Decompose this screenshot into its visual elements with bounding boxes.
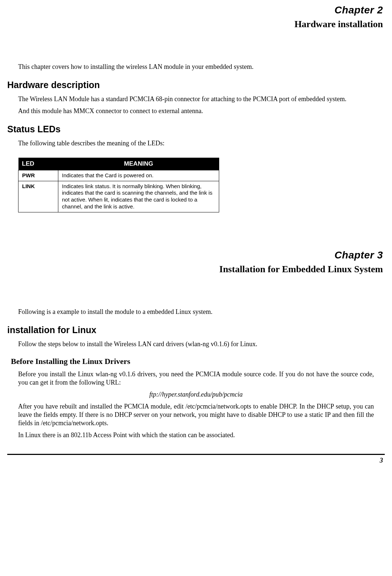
status-leds-intro: The following table describes the meanin… — [18, 139, 374, 148]
heading-status-leds: Status LEDs — [7, 123, 385, 135]
th-meaning: MEANING — [58, 158, 219, 170]
before-install-p2: After you have rebuilt and installed the… — [18, 402, 374, 427]
chapter2-intro: This chapter covers how to installing th… — [18, 63, 374, 71]
before-install-p3: In Linux there is an 802.11b Access Poin… — [18, 431, 374, 439]
cell-meaning: Indicates that the Card is powered on. — [58, 170, 219, 181]
chapter-label: Chapter 3 — [7, 249, 385, 262]
chapter-title: Hardware installation — [7, 18, 385, 30]
subheading-before-installing: Before Installing the Linux Drivers — [11, 356, 381, 366]
cell-led: LINK — [18, 181, 58, 212]
heading-installation-linux: installation for Linux — [7, 324, 385, 336]
table-row: PWR Indicates that the Card is powered o… — [18, 170, 219, 181]
cell-led: PWR — [18, 170, 58, 181]
chapter3-intro: Following is a example to install the mo… — [18, 308, 374, 316]
cell-meaning: Indicates link status. It is normally bl… — [58, 181, 219, 212]
install-linux-p1: Follow the steps below to install the Wi… — [18, 340, 374, 348]
chapter-label: Chapter 2 — [7, 4, 385, 17]
hw-desc-p2: And this module has MMCX connector to co… — [18, 107, 374, 115]
hw-desc-p1: The Wireless LAN Module has a standard P… — [18, 95, 374, 103]
chapter-2-header: Chapter 2 Hardware installation — [7, 4, 385, 30]
page-number: 3 — [380, 457, 383, 464]
led-table: LED MEANING PWR Indicates that the Card … — [18, 158, 219, 212]
heading-hardware-description: Hardware description — [7, 79, 385, 91]
table-header-row: LED MEANING — [18, 158, 219, 170]
table-row: LINK Indicates link status. It is normal… — [18, 181, 219, 212]
th-led: LED — [18, 158, 58, 170]
chapter-3-header: Chapter 3 Installation for Embedded Linu… — [7, 249, 385, 275]
before-install-p1: Before you install the Linux wlan-ng v0.… — [18, 370, 374, 387]
chapter-title: Installation for Embedded Linux System — [7, 263, 385, 275]
page-footer: 3 — [7, 454, 385, 465]
pcmcia-url: ftp://hyper.stanford.edu/pub/pcmcia — [7, 390, 385, 399]
